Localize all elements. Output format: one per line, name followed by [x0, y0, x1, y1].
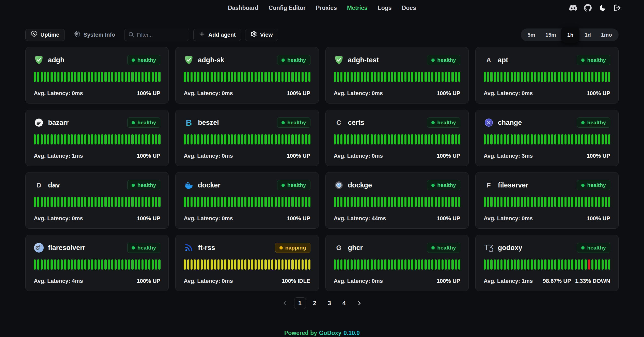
github-icon[interactable] — [584, 4, 592, 12]
uptime-bar — [548, 72, 550, 82]
previous-page-button[interactable] — [280, 300, 290, 306]
uptime-bar — [517, 72, 519, 82]
uptime-bar — [158, 134, 160, 144]
uptime-bar — [121, 134, 123, 144]
uptime-bar — [68, 134, 70, 144]
uptime-bar — [354, 134, 356, 144]
page-3-button[interactable]: 3 — [324, 297, 335, 309]
footer-prefix: Powered by — [284, 330, 317, 336]
uptime-bar — [551, 134, 553, 144]
letter-icon: D — [34, 180, 44, 190]
uptime-bar — [47, 197, 49, 207]
nav-item-dashboard[interactable]: Dashboard — [228, 5, 258, 11]
status-dot-icon — [581, 121, 585, 124]
add-agent-button[interactable]: Add agent — [193, 29, 241, 41]
uptime-percentage: 100% UP — [137, 278, 160, 284]
service-name: apt — [498, 56, 508, 64]
uptime-bar — [135, 134, 137, 144]
system-info-tab-button[interactable]: System Info — [69, 29, 120, 41]
uptime-bar — [608, 197, 610, 207]
bazarr-icon — [34, 118, 44, 128]
latency-text: Avg. Latency: 0ms — [184, 278, 233, 284]
nav-item-config-editor[interactable]: Config Editor — [269, 5, 306, 11]
uptime-bar — [500, 134, 502, 144]
theme-toggle-moon-icon[interactable] — [599, 4, 606, 12]
view-button[interactable]: View — [245, 29, 278, 41]
nav-item-logs[interactable]: Logs — [378, 5, 392, 11]
uptime-bar — [588, 134, 590, 144]
discord-icon[interactable] — [569, 4, 577, 12]
uptime-bar — [361, 72, 363, 82]
uptime-bar — [152, 259, 154, 270]
page-1-button[interactable]: 1 — [294, 297, 306, 309]
footer-brand-link[interactable]: GoDoxy — [319, 330, 341, 336]
flaresolverr-icon: ⚙⚙ — [34, 243, 44, 253]
uptime-bar — [371, 197, 373, 207]
uptime-bar — [581, 134, 583, 144]
uptime-bar — [561, 72, 563, 82]
uptime-bar — [388, 259, 390, 270]
uptime-percentage: 100% UP — [437, 215, 460, 222]
uptime-bar — [591, 72, 593, 82]
uptime-bar — [104, 259, 106, 270]
time-range-5m[interactable]: 5m — [522, 28, 540, 41]
latency-text: Avg. Latency: 1ms — [34, 153, 83, 159]
uptime-bar — [458, 72, 460, 82]
uptime-bar — [51, 134, 53, 144]
uptime-tab-label: Uptime — [40, 32, 59, 38]
uptime-bar — [538, 72, 540, 82]
uptime-tab-button[interactable]: Uptime — [25, 29, 65, 41]
time-range-1h[interactable]: 1h — [561, 27, 580, 43]
uptime-bar — [514, 72, 516, 82]
service-name: flaresolverr — [48, 244, 85, 252]
uptime-bar — [578, 259, 580, 270]
nav-item-docs[interactable]: Docs — [402, 5, 416, 11]
time-range-1d[interactable]: 1d — [579, 28, 596, 41]
uptime-bar — [271, 134, 273, 144]
uptime-bar — [531, 72, 533, 82]
uptime-bar — [442, 197, 444, 207]
page-4-button[interactable]: 4 — [338, 297, 350, 309]
uptime-bar — [455, 72, 457, 82]
uptime-bar — [401, 197, 403, 207]
uptime-bar — [602, 197, 604, 207]
uptime-bar — [204, 197, 206, 207]
uptime-bars — [484, 197, 610, 207]
uptime-bar — [448, 259, 450, 270]
uptime-bar — [354, 197, 356, 207]
uptime-bar — [224, 259, 226, 270]
latency-text: Avg. Latency: 0ms — [184, 153, 233, 159]
uptime-bar — [344, 259, 346, 270]
nav-item-proxies[interactable]: Proxies — [316, 5, 337, 11]
uptime-bar — [194, 72, 196, 82]
uptime-bar — [194, 259, 196, 270]
service-name: adgh-sk — [198, 56, 224, 64]
uptime-bar — [421, 259, 423, 270]
uptime-bar — [295, 197, 297, 207]
toolbar: Uptime System Info Add agent View — [0, 16, 644, 41]
uptime-bar — [298, 197, 300, 207]
service-card: TƷ godoxy healthy Avg. Latency: 1ms 98.6… — [475, 235, 619, 291]
uptime-bar — [531, 259, 533, 270]
time-range-1mo[interactable]: 1mo — [596, 28, 617, 41]
uptime-bar — [514, 197, 516, 207]
filter-input[interactable] — [137, 32, 185, 38]
time-range-15m[interactable]: 15m — [540, 28, 561, 41]
uptime-bar — [221, 134, 223, 144]
uptime-bar — [347, 134, 349, 144]
uptime-bar — [271, 197, 273, 207]
latency-text: Avg. Latency: 0ms — [34, 90, 83, 97]
uptime-bar — [531, 134, 533, 144]
service-card: A apt healthy Avg. Latency: 0ms 100% UP — [475, 47, 619, 104]
pagination: 1234 — [0, 297, 644, 309]
uptime-bar — [91, 134, 93, 144]
plus-icon — [199, 31, 205, 39]
logout-icon[interactable] — [614, 4, 621, 12]
uptime-bar — [201, 259, 203, 270]
uptime-bar — [275, 72, 277, 82]
page-2-button[interactable]: 2 — [309, 297, 321, 309]
nav-item-metrics[interactable]: Metrics — [347, 5, 368, 11]
next-page-button[interactable] — [355, 300, 364, 306]
uptime-bar — [302, 72, 304, 82]
uptime-bar — [41, 197, 43, 207]
